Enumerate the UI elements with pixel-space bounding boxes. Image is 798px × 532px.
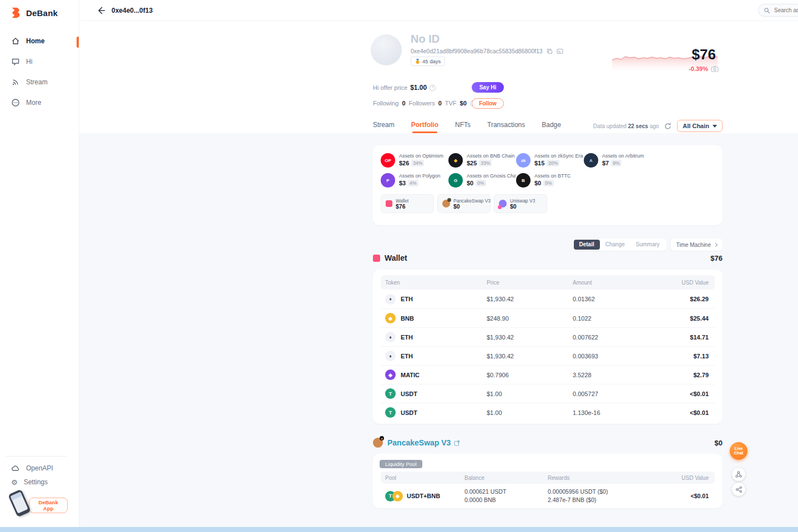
sidebar-item-more[interactable]: More xyxy=(11,98,41,107)
search-box[interactable] xyxy=(758,4,798,17)
table-row[interactable]: ◆MATIC $0.7906 3.5228 $2.79 xyxy=(381,365,715,384)
sidebar-item-label: Hi xyxy=(26,58,32,65)
tab-transactions[interactable]: Transactions xyxy=(487,121,525,133)
refresh-icon[interactable] xyxy=(664,123,671,130)
usdt-token-icon: T xyxy=(385,388,396,399)
tab-nfts[interactable]: NFTs xyxy=(455,121,471,133)
position-card-uniswap[interactable]: Uniswap V3 $0 xyxy=(494,194,547,213)
debank-profile-page: DeBank Home Hi Stream More OpenAPI ⚙ Set… xyxy=(0,0,798,532)
tab-badge[interactable]: Badge xyxy=(542,121,561,133)
follow-button[interactable]: Follow xyxy=(472,98,504,109)
table-row[interactable]: TUSDT $1.00 1.130e-16 <$0.01 xyxy=(381,403,715,422)
back-arrow-icon[interactable] xyxy=(96,6,106,16)
chain-asset-optimism[interactable]: OP Assets on Optimism $2634% xyxy=(381,153,448,168)
eth-token-icon: ♦ xyxy=(385,332,396,342)
stream-icon xyxy=(11,78,20,87)
eth-token-icon: ♦ xyxy=(385,294,396,305)
sidebar-item-home[interactable]: Home xyxy=(11,37,44,45)
balance-change: -0.39% xyxy=(689,65,708,72)
search-icon xyxy=(764,7,770,14)
wallet-age-badge: 45 days xyxy=(411,57,445,66)
view-change-button[interactable]: Change xyxy=(600,240,630,250)
chain-asset-bttc[interactable]: B Assets on BTTC $00% xyxy=(516,173,584,188)
wallet-section-header: Wallet $76 xyxy=(373,254,723,262)
view-summary-button[interactable]: Summary xyxy=(630,240,665,250)
optimism-icon: OP xyxy=(381,153,395,168)
tab-portfolio[interactable]: Portfolio xyxy=(411,121,438,133)
following-count[interactable]: 0 xyxy=(402,100,405,107)
say-hi-button[interactable]: Say Hi xyxy=(472,82,504,93)
cloud-icon xyxy=(11,464,20,473)
camera-icon[interactable] xyxy=(711,65,719,72)
profile-card-icon[interactable] xyxy=(557,48,563,54)
sidebar-item-label: Home xyxy=(26,37,44,45)
bnb-token-icon: ◆ xyxy=(385,313,396,323)
sidebar-item-settings[interactable]: ⚙ Settings xyxy=(11,478,48,486)
table-row[interactable]: ♦ETH $1,930.42 0.01362 $26.29 xyxy=(381,290,715,308)
chain-asset-bnb[interactable]: ◆ Assets on BNB Chain $2533% xyxy=(448,153,516,168)
data-updated-text: Data updated 22 secs ago xyxy=(593,123,659,129)
pool-row[interactable]: T ◆ USDT+BNB 0.000621 USDT 0.0000 BNB 0.… xyxy=(381,484,715,508)
feedback-fab[interactable] xyxy=(732,468,745,481)
usdt-token-icon: T xyxy=(385,407,396,418)
usdt-bnb-pair-icons: T ◆ xyxy=(385,491,403,501)
hi-offer-label: Hi offer price xyxy=(373,84,407,91)
pancakeswap-link[interactable]: PancakeSwap V3 xyxy=(387,438,451,447)
chain-asset-gnosis[interactable]: G Assets on Gnosis Chain $00% xyxy=(448,173,516,188)
wallet-icon xyxy=(386,200,392,207)
followers-label: Followers xyxy=(409,100,435,107)
pancakeswap-icon xyxy=(442,200,450,207)
table-row[interactable]: ◆BNB $248.90 0.1022 $25.44 xyxy=(381,308,715,327)
debank-app-button[interactable]: DeBank App xyxy=(29,498,68,513)
wallet-icon xyxy=(373,255,380,262)
arbitrum-icon: A xyxy=(584,153,598,168)
pool-table-header: Pool Balance Rewards USD Value xyxy=(381,472,715,484)
table-row[interactable]: ♦ETH $1,930.42 0.007622 $14.71 xyxy=(381,327,715,346)
view-controls: Detail Change Summary Time Machine xyxy=(373,239,723,251)
chevron-right-icon xyxy=(714,242,718,246)
view-detail-button[interactable]: Detail xyxy=(574,240,600,250)
pancakeswap-section-header: ◆ PancakeSwap V3 $0 xyxy=(373,438,723,448)
debank-logo-icon xyxy=(10,7,22,19)
pancakeswap-total: $0 xyxy=(715,439,723,447)
position-card-pancakeswap[interactable]: PancakeSwap V3 $0 xyxy=(437,194,491,213)
search-input[interactable] xyxy=(773,7,798,14)
copy-icon[interactable] xyxy=(547,48,553,54)
chain-asset-arbitrum[interactable]: A Assets on Arbitrum $79% xyxy=(584,153,651,168)
matic-token-icon: ◆ xyxy=(385,369,396,380)
sidebar-item-stream[interactable]: Stream xyxy=(11,78,48,87)
debank-logo[interactable]: DeBank xyxy=(10,7,58,19)
share-icon xyxy=(735,486,743,493)
external-link-icon[interactable] xyxy=(454,440,460,446)
sidebar-item-label: Stream xyxy=(26,78,48,86)
wallet-total: $76 xyxy=(710,254,723,262)
followers-count[interactable]: 0 xyxy=(438,100,442,107)
info-icon[interactable] xyxy=(430,85,436,91)
live-chat-button[interactable]: Live Chat xyxy=(730,442,748,460)
share-fab[interactable] xyxy=(732,483,745,496)
wallet-table-card: Token Price Amount USD Value ♦ETH $1,930… xyxy=(373,270,723,424)
tab-stream[interactable]: Stream xyxy=(373,121,395,133)
chain-asset-polygon[interactable]: P Assets on Polygon $34% xyxy=(381,173,448,188)
sidebar-item-label: Settings xyxy=(24,478,48,486)
chain-filter-button[interactable]: All Chain xyxy=(677,120,723,132)
tvf-value: $0 xyxy=(460,100,467,107)
table-row[interactable]: ♦ETH $1,930.42 0.003693 $7.13 xyxy=(381,346,715,365)
sidebar-item-openapi[interactable]: OpenAPI xyxy=(11,464,53,473)
tvf-label: TVF xyxy=(445,100,457,107)
sidebar-item-hi[interactable]: Hi xyxy=(11,57,32,66)
zksync-icon: zk xyxy=(516,153,531,168)
position-card-wallet[interactable]: Wallet $76 xyxy=(381,194,434,213)
sidebar: DeBank Home Hi Stream More OpenAPI ⚙ Set… xyxy=(0,0,79,527)
table-row[interactable]: TUSDT $1.00 0.005727 <$0.01 xyxy=(381,384,715,403)
wallet-title: Wallet xyxy=(385,254,407,262)
wallet-address: 0xe4e0d21ad8bf9908ea96b78cac55835d86800f… xyxy=(411,48,543,54)
wallet-table-header: Token Price Amount USD Value xyxy=(381,275,715,290)
time-machine-button[interactable]: Time Machine xyxy=(671,239,723,251)
topbar: 0xe4e0...0f13 xyxy=(79,0,798,21)
profile-name: No ID xyxy=(411,33,440,45)
total-balance: $76 xyxy=(692,46,716,63)
chain-asset-zksync[interactable]: zk Assets on zkSync Era $1520% xyxy=(516,153,584,168)
avatar[interactable] xyxy=(371,34,402,65)
following-label: Following xyxy=(373,100,398,107)
